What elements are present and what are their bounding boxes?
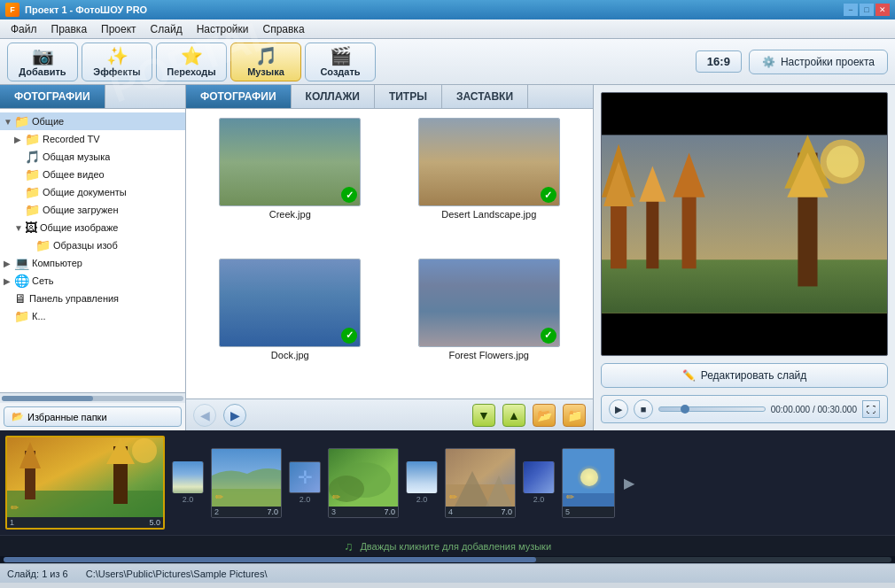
tree-item-root[interactable]: ▼ 📁 Общие (0, 112, 185, 130)
main-area: ФОТОГРАФИИ ▼ 📁 Общие ▶ 📁 Recorded TV 🎵 (0, 85, 895, 430)
progress-handle[interactable] (681, 405, 689, 414)
control-panel-icon: 🖥 (14, 291, 27, 306)
timeline-transition-3[interactable]: 2.0 (404, 447, 440, 518)
tree-item-images[interactable]: ▼ 🖼 Общие изображе (0, 219, 185, 236)
music-button[interactable]: 🎵 Музыка (230, 43, 301, 81)
scrollbar-thumb[interactable] (4, 557, 536, 562)
favorites-label: Избранные папки (27, 412, 107, 422)
tree-toggle[interactable]: ▼ (14, 223, 25, 233)
menubar: Файл Правка Проект Слайд Настройки Справ… (0, 19, 895, 39)
tree-item-control-panel[interactable]: 🖥 Панель управления (0, 290, 185, 307)
menu-slide[interactable]: Слайд (144, 21, 190, 37)
nav-back-button[interactable]: ◀ (193, 404, 216, 427)
other-folder-icon: 📁 (14, 309, 29, 323)
aspect-ratio-button[interactable]: 16:9 (696, 50, 742, 73)
edit-slide-button[interactable]: ✏️ Редактировать слайд (601, 363, 888, 388)
svg-rect-1 (602, 259, 887, 313)
stop-icon: ■ (641, 404, 647, 414)
time-display: 00:00.000 / 00:30.000 (771, 405, 857, 414)
file-tree[interactable]: ▼ 📁 Общие ▶ 📁 Recorded TV 🎵 Общая музыка… (0, 109, 185, 392)
effects-button[interactable]: ✨ Эффекты (82, 43, 152, 81)
transition-duration-1: 2.0 (183, 495, 194, 504)
play-icon: ▶ (615, 404, 622, 415)
timeline-slide-1[interactable]: ✏ 1 5.0 (5, 436, 165, 530)
photo-desert[interactable]: ✓ Desert Landscape.jpg (394, 118, 585, 250)
nav-up-button[interactable]: ▲ (502, 404, 525, 427)
menu-project[interactable]: Проект (94, 21, 144, 37)
create-icon: 🎬 (330, 47, 352, 65)
menu-settings[interactable]: Настройки (190, 21, 256, 37)
network-icon: 🌐 (14, 274, 29, 288)
timeline-slide-5[interactable]: ✏ 5 (562, 448, 615, 518)
gear-icon: ⚙️ (762, 56, 775, 68)
effects-label: Эффекты (93, 66, 140, 77)
timeline-slide-4[interactable]: ✏ 4 7.0 (445, 448, 516, 518)
tree-toggle[interactable]: ▶ (4, 276, 14, 286)
timeline-slide-2[interactable]: ✏ 2 7.0 (211, 448, 282, 518)
tab-collages[interactable]: КОЛЛАЖИ (292, 85, 375, 108)
timeline-scrollbar[interactable] (0, 556, 895, 563)
tree-item-downloads[interactable]: 📁 Общие загружен (0, 201, 185, 219)
photo-check-icon: ✓ (541, 328, 556, 344)
slide-duration-1: 5.0 (149, 518, 160, 527)
music-bar[interactable]: ♫ Дважды кликните для добавления музыки (0, 535, 895, 556)
add-button[interactable]: 📷 Добавить (7, 43, 78, 81)
tree-label: Общая музыка (43, 151, 110, 162)
transitions-button[interactable]: ⭐ Переходы (156, 43, 227, 81)
titlebar-title: Проект 1 - ФотоШОУ PRO (25, 4, 147, 15)
photo-dock[interactable]: ✓ Dock.jpg (195, 259, 385, 391)
tab-photos[interactable]: ФОТОГРАФИИ (0, 85, 105, 108)
timeline-next-button[interactable]: ▶ (620, 475, 638, 491)
tab-photos-content[interactable]: ФОТОГРАФИИ (186, 85, 292, 108)
scrollbar-track[interactable] (4, 557, 891, 562)
create-button[interactable]: 🎬 Создать (305, 43, 376, 81)
photo-label-creek: Creek.jpg (269, 209, 311, 220)
edit-slide-label: Редактировать слайд (701, 369, 807, 382)
tree-item-recorded[interactable]: ▶ 📁 Recorded TV (0, 130, 185, 148)
tab-screensavers[interactable]: ЗАСТАВКИ (442, 85, 528, 108)
close-button[interactable]: ✕ (876, 4, 890, 16)
tree-item-computer[interactable]: ▶ 💻 Компьютер (0, 254, 185, 272)
timeline-info-2: 2 7.0 (212, 507, 281, 517)
tree-toggle[interactable]: ▼ (4, 117, 14, 127)
menu-help[interactable]: Справка (255, 21, 311, 37)
svg-point-20 (132, 438, 157, 463)
folder-button[interactable]: 📁 (563, 404, 586, 427)
project-settings-button[interactable]: ⚙️ Настройки проекта (749, 50, 888, 74)
timeline-transition-2[interactable]: ✛ 2.0 (287, 447, 323, 518)
add-label: Добавить (19, 66, 66, 77)
play-button[interactable]: ▶ (609, 399, 628, 419)
downloads-folder-icon: 📁 (25, 203, 40, 217)
progress-bar[interactable] (658, 406, 766, 412)
nav-forward-button[interactable]: ▶ (223, 404, 246, 427)
stop-button[interactable]: ■ (634, 399, 653, 419)
edit-icon: ✏️ (682, 369, 696, 382)
maximize-button[interactable]: □ (860, 4, 874, 16)
tree-label: Recorded TV (43, 134, 100, 144)
tree-item-other[interactable]: 📁 К... (0, 307, 185, 325)
photo-nav-bar: ◀ ▶ ▼ ▲ 📂 📁 (186, 398, 593, 430)
tree-toggle[interactable]: ▶ (4, 259, 14, 268)
timeline-transition-4[interactable]: 2.0 (521, 447, 556, 518)
timeline-slide-3[interactable]: ✏ 3 7.0 (328, 448, 399, 518)
menu-edit[interactable]: Правка (44, 21, 95, 37)
tree-item-network[interactable]: ▶ 🌐 Сеть (0, 272, 185, 290)
folder-open-button[interactable]: 📂 (533, 404, 556, 427)
tab-titles[interactable]: ТИТРЫ (375, 85, 442, 108)
tree-toggle[interactable]: ▶ (14, 135, 25, 144)
timeline-transition-1[interactable]: 2.0 (170, 447, 206, 518)
titlebar-controls[interactable]: − □ ✕ (844, 4, 890, 16)
tree-item-music[interactable]: 🎵 Общая музыка (0, 148, 185, 166)
menu-file[interactable]: Файл (4, 21, 44, 37)
photo-forest[interactable]: ✓ Forest Flowers.jpg (394, 259, 585, 391)
fullscreen-button[interactable]: ⛶ (862, 400, 880, 418)
favorites-button[interactable]: 📂 Избранные папки (4, 406, 182, 427)
nav-down-button[interactable]: ▼ (472, 404, 495, 427)
tree-item-docs[interactable]: 📁 Общие документы (0, 183, 185, 201)
tree-item-video[interactable]: 📁 Общее видео (0, 166, 185, 183)
tree-item-samples[interactable]: 📁 Образцы изоб (0, 236, 185, 254)
minimize-button[interactable]: − (844, 4, 858, 16)
photo-creek[interactable]: ✓ Creek.jpg (195, 118, 385, 250)
tree-label: Панель управления (29, 293, 119, 304)
images-folder-icon: 🖼 (25, 220, 37, 235)
